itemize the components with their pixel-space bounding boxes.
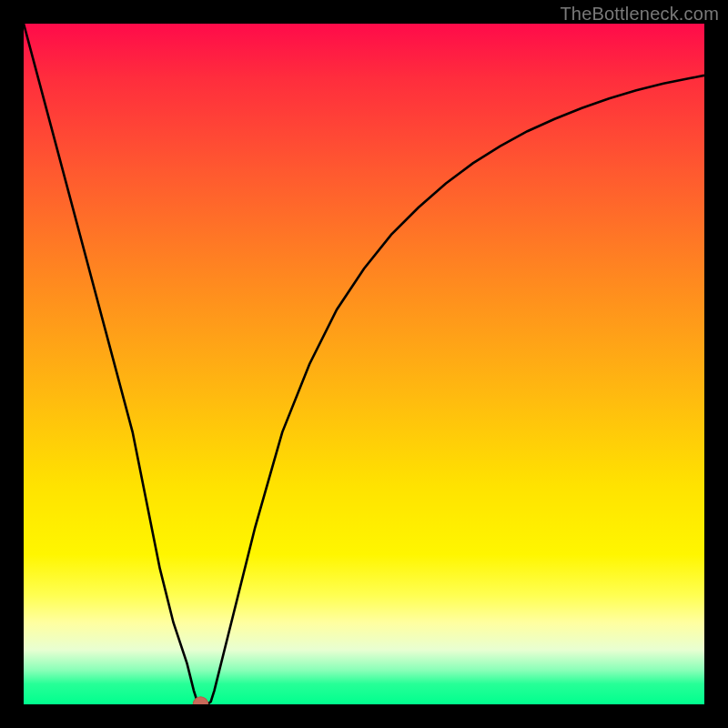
bottleneck-curve — [24, 24, 704, 704]
plot-area — [24, 24, 704, 704]
watermark-text: TheBottleneck.com — [560, 4, 719, 25]
chart-frame: TheBottleneck.com — [0, 0, 728, 728]
curve-svg — [24, 24, 704, 704]
